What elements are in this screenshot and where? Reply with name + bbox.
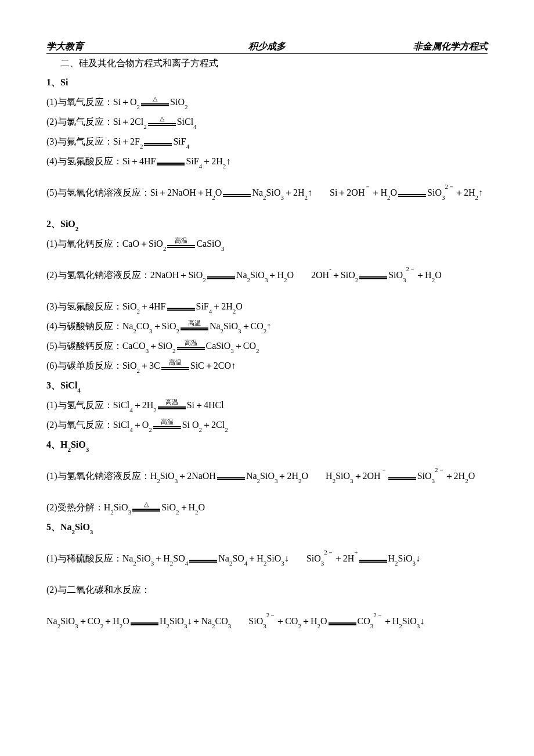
reaction-arrow-icon <box>359 553 387 564</box>
equation-rhs: SiO32－＋2H2↑ <box>427 188 483 197</box>
reaction-arrow-icon <box>189 553 217 564</box>
equation-rhs: CaSiO3＋CO2 <box>206 341 259 351</box>
reaction-line: (2)与二氧化碳和水反应： <box>46 583 488 597</box>
reaction-line: (3)与氢氟酸反应：SiO2＋4HFSiF4＋2H2O <box>46 300 488 314</box>
reaction-line: (4)与氢氟酸反应：Si＋4HFSiF4＋2H2↑ <box>46 154 488 168</box>
reaction-label: (2)与氧气反应： <box>46 420 113 430</box>
header-left: 学大教育 <box>46 41 193 53</box>
equation-lhs: SiCl4＋2H2 <box>113 400 157 410</box>
section-heading: 1、Si <box>46 75 488 89</box>
reaction-line: (2)与氯气反应：Si＋2Cl2△SiCl4 <box>46 115 488 129</box>
document-page: 学大教育 积少成多 非金属化学方程式 二、硅及其化合物方程式和离子方程式 1、S… <box>0 0 534 663</box>
equation-rhs: SiO32－＋H2O <box>388 270 442 280</box>
equation-rhs: SiO2＋H2O <box>161 502 205 512</box>
equation-lhs: H2SiO3＋2NaOH <box>150 471 216 481</box>
reaction-condition: △ <box>132 501 160 507</box>
equation-lhs: H2SiO3＋2OH－ <box>326 471 387 481</box>
equation-rhs: Na2SO4＋H2SiO3↓ <box>218 553 289 563</box>
equation-lhs: 2NaOH＋SiO2 <box>150 270 206 280</box>
reaction-label: (1)与氢气反应： <box>46 400 113 410</box>
reaction-arrow-icon <box>223 188 251 198</box>
reaction-condition: 高温 <box>158 399 186 405</box>
section-heading: 3、SiCl4 <box>46 379 488 393</box>
reaction-arrow-icon: 高温 <box>181 321 208 332</box>
equation-rhs: SiO32－＋2H2O <box>417 471 475 481</box>
equation-lhs: SiO32－＋2H+ <box>306 553 358 563</box>
reaction-label: (6)与碳单质反应： <box>46 361 122 370</box>
reaction-arrow-icon <box>329 616 356 627</box>
reaction-arrow-icon <box>359 270 387 280</box>
equation-lhs: Si＋4HF <box>122 156 156 166</box>
reaction-line: (2)与氧气反应：SiCl4＋O2高温Si O2＋2Cl2 <box>46 418 488 432</box>
equation-lhs: Na2SiO3＋H2SO4 <box>122 553 189 563</box>
equation-lhs: Na2CO3＋SiO2 <box>122 321 179 331</box>
equation-lhs: SiO2＋4HF <box>122 301 166 311</box>
equation-lhs: CaO＋SiO2 <box>122 239 167 249</box>
section-heading: 5、Na2SiO3 <box>46 520 488 534</box>
reaction-label: (2)与氢氧化钠溶液反应： <box>46 270 150 280</box>
reaction-line: (6)与碳单质反应：SiO2＋3C高温SiC＋2CO↑ <box>46 359 488 373</box>
reaction-label: (4)与碳酸钠反应： <box>46 321 122 331</box>
equation-rhs: Si O2＋2Cl2 <box>182 420 228 430</box>
reaction-label: (5)与氢氧化钠溶液反应： <box>46 188 150 197</box>
reaction-label: (2)与二氧化碳和水反应： <box>46 585 150 595</box>
reaction-arrow-icon: 高温 <box>167 239 195 249</box>
reaction-arrow-icon <box>207 270 235 280</box>
reaction-line: (1)与氢氧化钠溶液反应：H2SiO3＋2NaOHNa2SiO3＋2H2OH2S… <box>46 469 488 483</box>
reaction-arrow-icon: △ <box>148 117 176 127</box>
equation-rhs: SiC＋2CO↑ <box>190 361 236 370</box>
equation-lhs: SiCl4＋O2 <box>113 420 152 430</box>
equation-rhs: H2SiO3↓ <box>388 553 420 563</box>
equation-lhs: Na2SiO3＋CO2＋H2O <box>46 616 129 626</box>
reaction-line: (1)与氧气反应：Si＋O2△SiO2 <box>46 95 488 109</box>
reaction-arrow-icon <box>131 616 158 627</box>
header-center: 积少成多 <box>193 41 340 53</box>
equation-rhs: Si＋4HCl <box>187 400 224 410</box>
reaction-arrow-icon <box>217 471 245 481</box>
reaction-condition: 高温 <box>181 320 208 326</box>
equation-rhs: H2SiO3↓＋Na2CO3 <box>160 616 231 626</box>
equation-rhs: SiCl4 <box>177 117 197 127</box>
page-header: 学大教育 积少成多 非金属化学方程式 <box>46 41 488 54</box>
equation-lhs: Si＋2NaOH＋H2O <box>150 188 222 197</box>
reaction-condition: 高温 <box>153 419 181 425</box>
reaction-line: (1)与氧化钙反应：CaO＋SiO2高温CaSiO3 <box>46 237 488 251</box>
equation-lhs: SiO2＋3C <box>122 361 160 370</box>
equation-lhs: Si＋2F2 <box>113 136 143 146</box>
reaction-line: (5)与碳酸钙反应：CaCO3＋SiO2高温CaSiO3＋CO2 <box>46 339 488 353</box>
equation-rhs: SiO2 <box>170 97 187 107</box>
reaction-arrow-icon <box>144 136 172 147</box>
reaction-condition: 高温 <box>167 237 195 244</box>
reaction-condition: 高温 <box>161 359 189 366</box>
reaction-arrow-icon <box>398 188 426 198</box>
equation-lhs: Si＋2Cl2 <box>113 117 147 127</box>
equation-lhs: Si＋2OH－＋H2O <box>330 188 397 197</box>
reaction-condition: 高温 <box>177 340 205 346</box>
equation-lhs: CaCO3＋SiO2 <box>122 341 176 351</box>
equation-rhs: Na2SiO3＋H2O <box>236 270 294 280</box>
reaction-arrow-icon: △ <box>132 502 160 513</box>
equation-lhs: 2OH-＋SiO2 <box>311 270 358 280</box>
equation-rhs: SiF4 <box>173 136 189 146</box>
reaction-line: Na2SiO3＋CO2＋H2OH2SiO3↓＋Na2CO3SiO32－＋CO2＋… <box>46 614 488 628</box>
reaction-line: (2)与氢氧化钠溶液反应：2NaOH＋SiO2Na2SiO3＋H2O2OH-＋S… <box>46 268 488 282</box>
reaction-line: (4)与碳酸钠反应：Na2CO3＋SiO2高温Na2SiO3＋CO2↑ <box>46 319 488 333</box>
section-heading: 2、SiO2 <box>46 217 488 231</box>
equation-rhs: Na2SiO3＋2H2O <box>246 471 308 481</box>
reaction-arrow-icon: 高温 <box>153 420 181 430</box>
reaction-label: (5)与碳酸钙反应： <box>46 341 122 351</box>
reaction-label: (2)受热分解： <box>46 502 104 512</box>
equation-rhs: Na2SiO3＋CO2↑ <box>210 321 271 331</box>
reaction-arrow-icon: 高温 <box>177 341 205 351</box>
reaction-line: (1)与氢气反应：SiCl4＋2H2高温Si＋4HCl <box>46 398 488 412</box>
equation-rhs: Na2SiO3＋2H2↑ <box>252 188 312 197</box>
equation-lhs: H2SiO3 <box>104 502 131 512</box>
reaction-condition: △ <box>148 116 176 122</box>
reaction-label: (1)与稀硫酸反应： <box>46 553 122 563</box>
reaction-arrow-icon: 高温 <box>161 361 189 371</box>
document-title: 二、硅及其化合物方程式和离子方程式 <box>60 57 488 70</box>
section-heading: 4、H2SiO3 <box>46 438 488 452</box>
reaction-label: (1)与氢氧化钠溶液反应： <box>46 471 150 481</box>
reaction-label: (1)与氧化钙反应： <box>46 239 122 249</box>
equation-rhs: SiF4＋2H2O <box>196 301 243 311</box>
